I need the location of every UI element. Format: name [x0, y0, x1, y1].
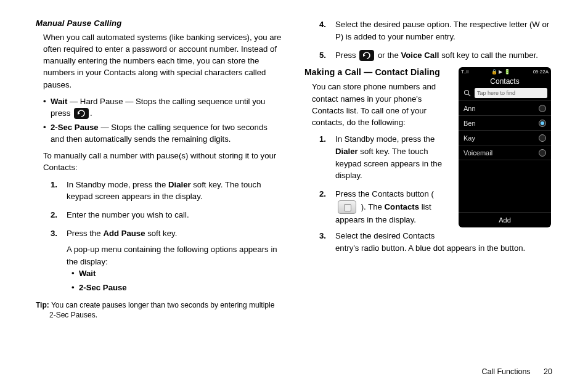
step-number: 2. [319, 188, 326, 200]
continued-steps: 4. Select the desired pause option. The … [319, 18, 551, 61]
step-bold: Dialer [335, 147, 358, 156]
step-1: 1. In Standby mode, press the Dialer sof… [51, 179, 282, 203]
step-text-pre: Press the Contacts button ( [335, 189, 434, 198]
heading-manual-pause-calling: Manual Pause Calling [36, 18, 282, 28]
step-text-pre: In Standby mode, press the [335, 134, 435, 144]
contact-row[interactable]: Ann [459, 100, 551, 115]
cd-step-1: 1. In Standby mode, press the Dialer sof… [319, 133, 551, 182]
popup-option-wait: Wait [71, 267, 282, 279]
step-text: Select the desired pause option. The res… [335, 20, 549, 41]
pause-name: Wait [51, 97, 67, 106]
step-5: 5. Press or the Voice Call soft key to c… [319, 49, 551, 62]
left-column: Manual Pause Calling When you call autom… [36, 18, 282, 320]
step-text-pre: Press the [67, 229, 103, 238]
phone-title: Contacts [459, 76, 551, 88]
pause-wait: Wait — Hard Pause — Stops the calling se… [43, 96, 282, 119]
step-3: 3. Press the Add Pause soft key. A pop-u… [51, 227, 282, 294]
contact-name: Ben [463, 120, 476, 127]
status-signal: T..ll [461, 69, 468, 75]
radio-button-selected[interactable] [539, 120, 546, 127]
step-subtext: A pop-up menu containing the following o… [67, 243, 282, 268]
step-2: 2. Enter the number you wish to call. [51, 209, 282, 221]
step-bold: Voice Call [401, 51, 439, 60]
contact-name: Ann [463, 105, 476, 112]
search-input[interactable]: Tap here to find [475, 88, 547, 98]
pause-desc-after: . [90, 108, 92, 118]
pause-2sec: 2-Sec Pause — Stops the calling sequence… [43, 121, 282, 145]
intro-paragraph: When you call automated systems (like ba… [43, 31, 282, 91]
step-text-post: soft key. [145, 229, 178, 238]
popup-option-2sec: 2-Sec Pause [71, 282, 282, 293]
step-text-post: soft key to call the number. [439, 51, 539, 60]
phone-search-row: Tap here to find [462, 88, 547, 98]
step-text-post: ). The [359, 202, 385, 211]
step-text: Select the desired Contacts entry's radi… [335, 231, 525, 253]
right-column: 4. Select the desired pause option. The … [304, 18, 551, 320]
step-text-pre: Press [335, 51, 358, 60]
cd-step-2: 2. Press the Contacts button ( ). The Co… [319, 188, 551, 226]
svg-line-1 [468, 94, 470, 96]
step-number: 5. [319, 49, 326, 62]
step-number: 2. [51, 209, 57, 221]
step-text: Enter the number you wish to call. [67, 210, 189, 219]
step-number: 3. [319, 230, 326, 242]
step-number: 1. [319, 133, 326, 145]
contact-dialing-steps-cont: 3. Select the desired Contacts entry's r… [319, 230, 551, 255]
search-icon[interactable] [462, 88, 472, 98]
footer-section: Call Functions [481, 367, 530, 376]
step-number: 3. [51, 227, 57, 240]
step-4: 4. Select the desired pause option. The … [319, 18, 551, 43]
contact-row[interactable]: Ben [459, 115, 551, 130]
step-bold: Add Pause [103, 229, 145, 238]
contacts-button-icon [338, 200, 356, 214]
tip-label: Tip: [36, 301, 49, 309]
status-time: 09:22A [533, 69, 549, 75]
cd-step-3: 3. Select the desired Contacts entry's r… [319, 230, 551, 255]
step-number: 4. [319, 18, 326, 31]
radio-button[interactable] [539, 105, 546, 112]
manual-call-lead: To manually call a number with pause(s) … [43, 150, 282, 173]
page-footer: Call Functions 20 [481, 367, 552, 376]
pause-name: 2-Sec Pause [51, 123, 99, 132]
step-number: 1. [51, 179, 57, 191]
step-bold: Dialer [168, 180, 191, 189]
contact-dialing-block: T..ll 🔒 ▶ 🔋 09:22A Contacts Tap here to … [304, 67, 551, 232]
tip-text: You can create pauses longer than two se… [49, 301, 275, 319]
opt-label: Wait [79, 269, 96, 278]
popup-options: Wait 2-Sec Pause [71, 267, 282, 293]
footer-page-number: 20 [544, 367, 552, 376]
tip-note: Tip: You can create pauses longer than t… [36, 300, 282, 320]
contact-dialing-steps: 1. In Standby mode, press the Dialer sof… [319, 133, 551, 226]
status-icons: 🔒 ▶ 🔋 [491, 69, 510, 75]
manual-call-steps: 1. In Standby mode, press the Dialer sof… [51, 179, 282, 294]
send-icon [359, 50, 374, 61]
step-bold: Contacts [385, 202, 419, 211]
opt-label: 2-Sec Pause [79, 283, 127, 292]
step-text-mid: or the [375, 51, 401, 60]
phone-status-bar: T..ll 🔒 ▶ 🔋 09:22A [459, 67, 551, 76]
svg-point-0 [465, 91, 469, 95]
pause-types-list: Wait — Hard Pause — Stops the calling se… [43, 96, 282, 145]
step-text-pre: In Standby mode, press the [67, 180, 168, 189]
send-icon [74, 108, 89, 119]
